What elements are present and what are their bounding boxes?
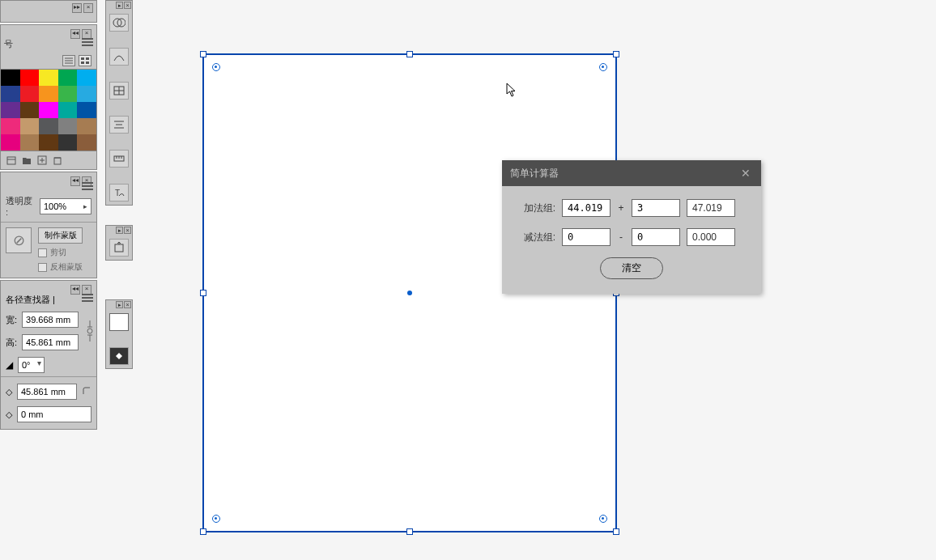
panel-collapse-icon[interactable]: ▸▸ — [72, 3, 82, 13]
height-label: 高: — [6, 337, 17, 349]
color-swatch[interactable] — [77, 118, 96, 134]
stroke-offset-input[interactable]: 0 mm — [17, 406, 91, 422]
svg-rect-3 — [81, 57, 84, 60]
add-operand-b-input[interactable] — [632, 199, 680, 217]
invert-mask-label: 反相蒙版 — [50, 261, 83, 273]
panel-close-icon[interactable]: × — [124, 2, 131, 9]
opacity-input[interactable] — [40, 202, 79, 211]
selection-handle-lm[interactable] — [200, 290, 206, 296]
color-swatch[interactable] — [39, 134, 58, 151]
sub-result-output: 0.000 — [687, 228, 735, 246]
color-swatch[interactable] — [1, 134, 20, 151]
svg-rect-4 — [86, 57, 89, 60]
close-icon[interactable]: ✕ — [738, 166, 753, 180]
curvature-icon[interactable] — [109, 48, 129, 66]
svg-point-14 — [87, 329, 92, 333]
link-wh-icon[interactable] — [83, 308, 96, 354]
align-icon[interactable] — [109, 116, 129, 134]
panel-close-icon[interactable]: × — [124, 301, 131, 308]
export-icon[interactable] — [109, 239, 129, 257]
corner-radius-input[interactable]: 45.861 mm — [17, 384, 77, 400]
tool-iconpanel-2: ▸× — [105, 225, 133, 261]
live-corner-bl[interactable] — [212, 515, 220, 523]
live-corner-tl[interactable] — [212, 63, 220, 71]
swatches-header: 号 — [1, 35, 96, 53]
ruler-icon[interactable] — [109, 150, 129, 168]
clear-button[interactable]: 清空 — [600, 257, 663, 279]
type-path-icon[interactable]: T — [109, 184, 129, 202]
fill-black-icon[interactable] — [109, 347, 129, 365]
color-swatch[interactable] — [39, 86, 58, 102]
color-swatch[interactable] — [77, 70, 96, 86]
panel-close-icon[interactable]: × — [83, 3, 93, 13]
link-corners-icon[interactable]: ◇ — [6, 409, 12, 420]
color-swatch[interactable] — [39, 70, 58, 86]
panel-menu-icon[interactable] — [82, 182, 93, 190]
swatch-library-icon[interactable] — [6, 155, 17, 166]
panel-menu-icon[interactable] — [82, 38, 93, 46]
color-swatch[interactable] — [58, 70, 78, 86]
color-swatch[interactable] — [20, 70, 40, 86]
panel-collapse-icon[interactable]: ▸ — [116, 301, 123, 308]
fill-white-icon[interactable] — [109, 313, 129, 331]
color-swatch[interactable] — [58, 134, 78, 151]
modal-titlebar[interactable]: 简单计算器 ✕ — [502, 160, 761, 186]
delete-swatch-icon[interactable] — [52, 155, 63, 166]
selection-handle-bm[interactable] — [406, 528, 413, 535]
chevron-right-icon[interactable]: ▸ — [79, 202, 91, 210]
width-input[interactable]: 39.668 mm — [22, 312, 79, 328]
make-mask-button[interactable]: 制作蒙版 — [38, 227, 83, 244]
selection-handle-bl[interactable] — [200, 528, 206, 535]
selection-handle-tm[interactable] — [406, 51, 413, 57]
clip-checkbox[interactable] — [38, 248, 47, 257]
minus-icon: - — [617, 231, 625, 243]
color-swatch[interactable] — [77, 134, 96, 151]
color-swatch[interactable] — [58, 118, 78, 134]
grid-view-icon[interactable] — [79, 55, 91, 66]
sub-operand-a-input[interactable] — [562, 228, 611, 246]
color-swatch[interactable] — [1, 102, 20, 118]
mask-thumbnail[interactable]: ⊘ — [6, 227, 32, 253]
color-swatch[interactable] — [20, 86, 40, 102]
live-corner-tr[interactable] — [599, 63, 607, 71]
list-view-icon[interactable] — [62, 55, 75, 66]
add-operand-a-input[interactable] — [562, 199, 611, 217]
shape-builder-icon[interactable] — [109, 14, 129, 32]
color-swatch[interactable] — [58, 86, 78, 102]
clip-label: 剪切 — [50, 247, 66, 258]
corner-profile-icon[interactable] — [82, 386, 91, 397]
invert-checkbox[interactable] — [38, 263, 47, 272]
grid-icon[interactable] — [109, 82, 129, 100]
selection-handle-tl[interactable] — [200, 51, 206, 57]
swatch-folder-icon[interactable] — [21, 155, 32, 166]
live-corner-br[interactable] — [599, 515, 607, 523]
color-swatch[interactable] — [1, 70, 20, 86]
new-swatch-icon[interactable] — [36, 155, 48, 166]
color-swatch[interactable] — [1, 118, 20, 134]
color-swatch[interactable] — [58, 102, 78, 118]
height-input[interactable]: 45.861 mm — [22, 334, 79, 350]
panel-collapse-icon[interactable]: ▸ — [116, 227, 123, 234]
angle-select[interactable]: 0° — [18, 357, 45, 373]
color-swatch[interactable] — [39, 102, 58, 118]
swatches-title: 号 — [4, 38, 13, 50]
color-swatch[interactable] — [20, 102, 40, 118]
corner-link-icon[interactable]: ◇ — [6, 387, 12, 397]
color-swatch[interactable] — [77, 102, 96, 118]
panel-collapse-icon[interactable]: ▸ — [116, 2, 123, 9]
transform-panel: ◂◂ × 各径查找器 | 宽: 39.668 mm 高: 45.861 mm — [0, 280, 97, 430]
selection-handle-br[interactable] — [613, 528, 619, 535]
color-swatch[interactable] — [39, 118, 58, 134]
swatches-panel: ◂◂ × 号 — [0, 24, 97, 170]
color-swatch[interactable] — [20, 118, 40, 134]
panel-close-icon[interactable]: × — [124, 227, 131, 234]
color-swatch[interactable] — [1, 86, 20, 102]
color-swatch[interactable] — [20, 134, 40, 151]
sub-operand-b-input[interactable] — [632, 228, 680, 246]
panel-menu-icon[interactable] — [82, 294, 93, 302]
color-swatch[interactable] — [77, 86, 96, 102]
opacity-input-wrap[interactable]: ▸ — [40, 198, 91, 214]
selection-handle-tr[interactable] — [613, 51, 619, 57]
calculator-modal: 简单计算器 ✕ 加法组: + 47.019 减法组: - 0.000 清空 — [502, 160, 761, 294]
svg-rect-12 — [54, 158, 61, 164]
